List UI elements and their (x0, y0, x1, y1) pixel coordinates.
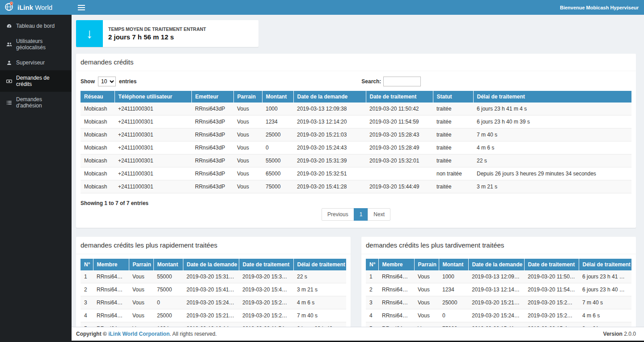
table-cell: +24111000301 (114, 115, 191, 128)
table-cell: 2019-03-20 11:54:59 (239, 322, 293, 327)
table-cell: 2019-03-20 15:21:03 (468, 296, 524, 309)
sidebar-toggle-button[interactable] (72, 0, 91, 15)
user-icon (6, 60, 12, 66)
sidebar-item-demandes-de-credits[interactable]: Demandes de crédits (0, 70, 72, 92)
company-link[interactable]: iLink World Corporation (108, 331, 169, 337)
table-cell: RRnsi643dP (378, 283, 414, 296)
credits-table-header-row: RéseauTéléphone utilisateurEmetteurParra… (80, 91, 631, 103)
column-header[interactable]: Parrain (129, 259, 153, 270)
column-header[interactable]: Délai de traitement (579, 259, 631, 270)
table-cell: 3 m 21 s (293, 283, 346, 296)
next-page-button[interactable]: Next (368, 208, 390, 221)
table-cell: traitée (433, 141, 473, 154)
table-cell: 2019-03-13 12:14:20 (293, 115, 366, 128)
brand-logo-icon (4, 1, 14, 13)
column-header[interactable]: Date de la demande (468, 259, 524, 270)
table-cell: 2019-03-20 15:28:49 (524, 309, 579, 322)
table-cell: 4 m 6 s (293, 296, 346, 309)
column-header[interactable]: Délai de traitement (473, 91, 631, 103)
page-1-button[interactable]: 1 (354, 208, 369, 221)
table-cell: 2019-03-20 11:54:59 (524, 283, 579, 296)
table-cell: traitée (433, 180, 473, 193)
column-header[interactable]: Montant (262, 91, 293, 103)
column-header[interactable]: Téléphone utilisateur (114, 91, 191, 103)
table-cell: RRnsi643dP (191, 103, 233, 115)
column-header[interactable]: Membre (378, 259, 414, 270)
table-row: 4RRnsi643dPVous02019-03-20 15:24:432019-… (366, 309, 631, 322)
column-header[interactable]: Parrain (233, 91, 262, 103)
column-header[interactable]: Membre (93, 259, 129, 270)
column-header[interactable]: Délai de traitement (293, 259, 346, 270)
column-header[interactable]: N° (80, 259, 93, 270)
footer: Copyright © iLink World Corporation. All… (72, 327, 644, 341)
topbar: Bienvenue Mobicash Hyperviseur (72, 0, 644, 15)
sidebar-item-label: Superviseur (16, 60, 45, 66)
previous-page-button[interactable]: Previous (322, 208, 354, 221)
table-cell: 1000 (262, 103, 293, 115)
column-header[interactable]: Statut (433, 91, 473, 103)
table-row: 5RRnsi643dPVous750002019-03-20 15:41:282… (366, 322, 631, 327)
credits-panel-title: demandes crédits (76, 54, 636, 71)
table-cell: 1 (366, 270, 378, 283)
table-cell: 6 jours 23 h 41 m 4 s (579, 270, 631, 283)
brand[interactable]: iLink World (0, 0, 72, 15)
table-cell: Vous (233, 128, 262, 141)
column-header[interactable]: Date de la demande (293, 91, 366, 103)
table-cell: 2 (366, 283, 378, 296)
column-header[interactable]: Réseau (80, 91, 114, 103)
table-cell: 3 (80, 296, 93, 309)
fastest-panel: demandes crédits les plus rapidement tra… (76, 237, 351, 327)
search-control: Search: (361, 77, 421, 86)
column-header[interactable]: Date de traitement (524, 259, 579, 270)
table-cell: 2019-03-20 15:24:43 (293, 141, 366, 154)
infobox-value: 2 jours 7 h 56 m 12 s (108, 33, 206, 41)
table-cell: +24111000301 (114, 141, 191, 154)
table-cell: +24111000301 (114, 167, 191, 180)
table-cell: +24111000301 (114, 103, 191, 115)
show-label: Show (80, 78, 95, 85)
sidebar-item-superviseur[interactable]: Superviseur (0, 55, 72, 70)
table-row: Mobicash+24111000301RRnsi643dPVous550002… (80, 154, 631, 167)
table-cell: 2019-03-13 12:09:38 (468, 270, 524, 283)
table-cell: RRnsi643dP (378, 270, 414, 283)
column-header[interactable]: Date de traitement (366, 91, 433, 103)
slowest-panel: demandes crédits les plus tardivement tr… (361, 237, 636, 327)
table-row: 3RRnsi643dPVous250002019-03-20 15:21:032… (366, 296, 631, 309)
table-cell: 25000 (262, 128, 293, 141)
table-cell: 0 (262, 141, 293, 154)
column-header[interactable]: N° (366, 259, 378, 270)
table-row: Mobicash+24111000301RRnsi643dPVous02019-… (80, 141, 631, 154)
fastest-table-body: 1RRnsi643dPVous550002019-03-20 15:31:392… (80, 270, 346, 327)
entries-select[interactable]: 10 (98, 77, 116, 86)
table-cell: RRnsi643dP (191, 128, 233, 141)
table-cell: 2019-03-20 15:41:28 (183, 283, 239, 296)
table-cell: 5 (366, 322, 378, 327)
infobox-label: TEMPS MOYEN DE TRAITEMENT ENTRANT (108, 26, 206, 32)
sidebar-item-demandes-adhesion[interactable]: Demandes d'adhésion (0, 92, 72, 113)
column-header[interactable]: Emetteur (191, 91, 233, 103)
version-value: 2.0.0 (624, 331, 636, 337)
column-header[interactable]: Date de la demande (183, 259, 239, 270)
users-icon (6, 41, 12, 47)
table-row: Mobicash+24111000301RRnsi643dPVous123420… (80, 115, 631, 128)
column-header[interactable]: Date de traitement (239, 259, 293, 270)
search-input[interactable] (383, 77, 421, 86)
slowest-panel-body: N°MembreParrainMontantDate de la demande… (361, 254, 636, 327)
table-cell: Mobicash (80, 167, 114, 180)
column-header[interactable]: Parrain (414, 259, 439, 270)
table-cell: 2019-03-20 15:32:01 (366, 154, 433, 167)
column-header[interactable]: Montant (153, 259, 183, 270)
column-header[interactable]: Montant (439, 259, 468, 270)
slowest-panel-title: demandes crédits les plus tardivement tr… (361, 237, 636, 254)
table-cell: 25000 (153, 309, 183, 322)
credits-table: RéseauTéléphone utilisateurEmetteurParra… (80, 91, 631, 193)
table-cell: 2019-03-20 15:31:39 (293, 154, 366, 167)
table-cell: non traitée (433, 167, 473, 180)
sidebar-item-tableau-de-bord[interactable]: Tableau de bord (0, 18, 72, 34)
table-cell: 25000 (439, 296, 468, 309)
table-cell: Vous (233, 167, 262, 180)
table-cell: RRnsi643dP (93, 283, 129, 296)
slowest-table-head: N°MembreParrainMontantDate de la demande… (366, 259, 631, 270)
sidebar-item-utilisateurs-geolocalises[interactable]: Utilisateurs géolocalisés (0, 34, 72, 55)
table-cell: traitée (433, 103, 473, 115)
